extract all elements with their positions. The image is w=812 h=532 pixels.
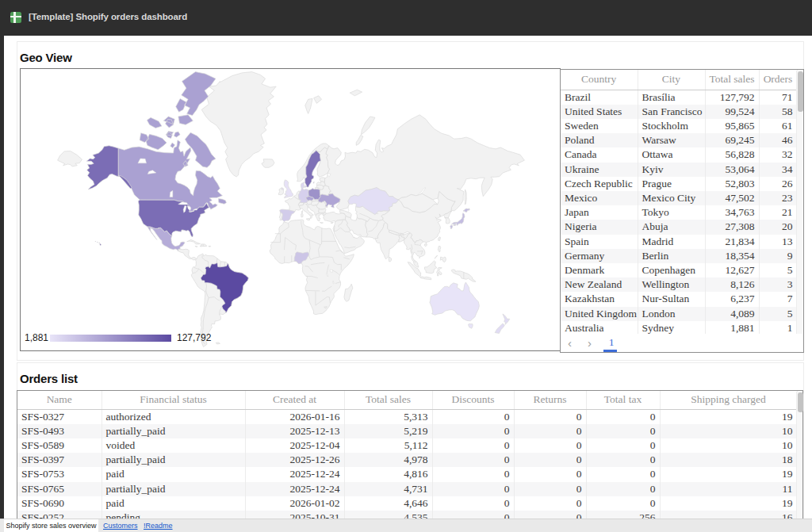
pager-page-underline bbox=[603, 350, 617, 352]
table-row[interactable]: SpainMadrid21,83413 bbox=[561, 235, 797, 249]
table-cell: Denmark bbox=[561, 263, 638, 277]
table-cell: 0 bbox=[432, 409, 514, 424]
table-cell: Tokyo bbox=[638, 205, 705, 220]
land-sicily bbox=[306, 218, 309, 220]
table-cell: Germany bbox=[561, 249, 638, 263]
land-cyprus bbox=[331, 222, 333, 223]
column-header[interactable]: Discounts bbox=[432, 391, 514, 409]
sheet-tab-readme[interactable]: !Readme bbox=[144, 519, 173, 532]
table-cell: Prague bbox=[638, 177, 705, 191]
land-crete bbox=[320, 223, 323, 224]
pager-next-icon[interactable]: › bbox=[588, 336, 592, 350]
land-cuba bbox=[187, 239, 201, 243]
table-cell: 2025-12-04 bbox=[245, 438, 344, 453]
pager-page-number[interactable]: 1 bbox=[604, 336, 619, 349]
table-row[interactable]: MexicoMexico City47,50223 bbox=[561, 191, 797, 205]
table-cell: 4,816 bbox=[344, 467, 432, 481]
table-row[interactable]: CanadaOttawa56,82832 bbox=[561, 147, 797, 162]
table-cell: 23 bbox=[759, 191, 797, 205]
table-row[interactable]: SFS-0690paid2026-01-024,64600019 bbox=[17, 496, 797, 511]
table-cell: Warsaw bbox=[638, 133, 705, 147]
table-cell: 0 bbox=[514, 438, 586, 453]
column-header[interactable]: Orders bbox=[759, 70, 797, 90]
table-cell: 2025-12-24 bbox=[245, 467, 344, 481]
table-cell: London bbox=[638, 307, 705, 321]
table-row[interactable]: UkraineKyiv53,06434 bbox=[561, 163, 797, 177]
region-new-zealand[interactable] bbox=[495, 314, 510, 334]
table-row[interactable]: United StatesSan Francisco99,52458 bbox=[561, 105, 797, 119]
table-cell: 4,731 bbox=[344, 482, 432, 496]
geo-chart[interactable]: 1,881 127,792 bbox=[20, 68, 561, 351]
geo-view-card: Geo View 1,881 127,792 CountryCityTotal … bbox=[17, 41, 804, 361]
table-cell: 5 bbox=[759, 307, 797, 321]
column-header[interactable]: Created at bbox=[245, 391, 344, 409]
table-cell: 19 bbox=[660, 467, 797, 481]
table-cell: 10 bbox=[660, 424, 797, 438]
table-row[interactable]: New ZealandWellington8,1263 bbox=[561, 277, 797, 292]
column-header[interactable]: Financial status bbox=[102, 391, 245, 409]
table-row[interactable]: SFS-0397partially_paid2025-12-264,978000… bbox=[17, 453, 797, 467]
table-cell: Madrid bbox=[638, 235, 705, 249]
table-row[interactable]: SFS-0765partially_paid2025-12-244,731000… bbox=[17, 482, 797, 496]
table-cell: 13 bbox=[759, 235, 797, 249]
region-australia[interactable] bbox=[430, 282, 480, 328]
table-cell: 5 bbox=[759, 263, 797, 277]
table-row[interactable]: SFS-0327authorized2026-01-165,31300019 bbox=[17, 409, 797, 424]
table-cell: 0 bbox=[514, 482, 586, 496]
column-header[interactable]: Returns bbox=[514, 391, 586, 409]
column-header[interactable]: Shipping charged bbox=[660, 391, 797, 409]
table-cell: SFS-0765 bbox=[17, 482, 102, 496]
table-cell: paid bbox=[102, 496, 245, 511]
table-row[interactable]: United KingdomLondon4,0895 bbox=[561, 307, 797, 321]
land-falklands bbox=[216, 343, 220, 344]
world-map bbox=[21, 69, 560, 350]
table-cell: Brasília bbox=[638, 90, 705, 105]
table-row[interactable]: JapanTokyo34,76321 bbox=[561, 205, 797, 220]
land-franzjosef bbox=[350, 90, 362, 96]
orders-table-scrollbar[interactable] bbox=[796, 392, 802, 531]
land-svalbard2 bbox=[314, 96, 322, 104]
table-row[interactable]: SFS-0493partially_paid2025-12-135,219000… bbox=[17, 424, 797, 438]
sheet-tab-active[interactable]: Shopify store sales overview bbox=[4, 519, 98, 532]
table-cell: 32 bbox=[759, 147, 797, 162]
table-cell: 4,089 bbox=[705, 307, 759, 321]
table-row[interactable]: SwedenStockholm95,86561 bbox=[561, 119, 797, 133]
table-row[interactable]: Czech RepublicPrague52,80326 bbox=[561, 177, 797, 191]
table-cell: 0 bbox=[432, 467, 514, 481]
table-row[interactable]: PolandWarsaw69,24546 bbox=[561, 133, 797, 147]
table-row[interactable]: BrazilBrasília127,79271 bbox=[561, 90, 797, 105]
table-row[interactable]: NigeriaAbuja27,30820 bbox=[561, 220, 797, 234]
column-header[interactable]: Name bbox=[17, 391, 102, 409]
country-table: CountryCityTotal salesOrders BrazilBrasí… bbox=[560, 69, 804, 353]
table-cell: United States bbox=[561, 105, 638, 119]
orders-list-title: Orders list bbox=[20, 372, 78, 385]
table-cell: 4,646 bbox=[344, 496, 432, 511]
column-header[interactable]: Total sales bbox=[705, 70, 759, 90]
table-cell: 0 bbox=[432, 482, 514, 496]
table-cell: Brazil bbox=[561, 90, 638, 105]
table-row[interactable]: SFS-0753paid2025-12-244,81600019 bbox=[17, 467, 797, 481]
table-cell: 2025-12-26 bbox=[245, 453, 344, 467]
column-header[interactable]: Country bbox=[561, 70, 638, 90]
country-table-scrollbar[interactable] bbox=[796, 71, 802, 335]
table-cell: 71 bbox=[759, 90, 797, 105]
region-united-kingdom[interactable] bbox=[282, 180, 293, 198]
column-header[interactable]: Total tax bbox=[586, 391, 660, 409]
table-cell: 19 bbox=[660, 409, 797, 424]
table-row[interactable]: DenmarkCopenhagen12,6275 bbox=[561, 263, 797, 277]
land-sulawesi bbox=[437, 267, 442, 276]
table-cell: Mexico City bbox=[638, 191, 705, 205]
column-header[interactable]: Total sales bbox=[344, 391, 432, 409]
table-cell: 9 bbox=[759, 249, 797, 263]
table-row[interactable]: KazakhstanNur-Sultan6,2377 bbox=[561, 292, 797, 306]
table-cell: 61 bbox=[759, 119, 797, 133]
legend-min-label: 1,881 bbox=[25, 332, 48, 343]
table-row[interactable]: SFS-0589voided2025-12-045,11200010 bbox=[17, 438, 797, 453]
table-cell: Wellington bbox=[638, 277, 705, 292]
sheet-tab-customers[interactable]: Customers bbox=[103, 519, 138, 532]
legend-gradient-bar bbox=[50, 335, 171, 342]
column-header[interactable]: City bbox=[638, 70, 705, 90]
table-row[interactable]: GermanyBerlin18,3549 bbox=[561, 249, 797, 263]
region-japan[interactable] bbox=[450, 209, 470, 229]
pager-prev-icon[interactable]: ‹ bbox=[568, 336, 572, 350]
